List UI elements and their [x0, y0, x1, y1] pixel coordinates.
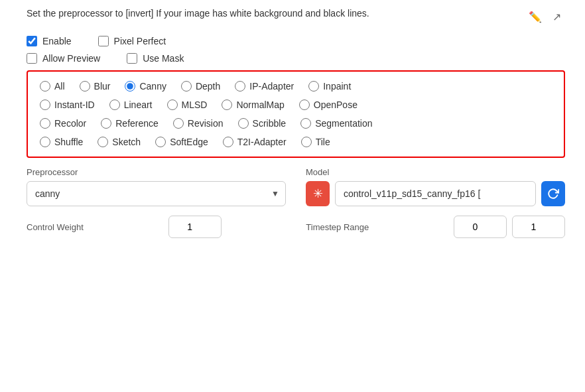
radio-openpose[interactable]: OpenPose: [299, 99, 358, 110]
bottom-section: Preprocessor canny blur depth inpaint li…: [27, 167, 565, 206]
weight-row: Control Weight Timestep Range: [27, 216, 565, 238]
control-weight-inputs: [168, 216, 222, 238]
refresh-icon: [547, 188, 559, 200]
use-mask-checkbox[interactable]: [127, 53, 137, 64]
radio-segmentation[interactable]: Segmentation: [300, 118, 372, 129]
model-label: Model: [306, 167, 565, 177]
control-weight-input[interactable]: [168, 216, 222, 238]
preprocessor-select-wrapper: canny blur depth inpaint lineart mlsd no…: [27, 181, 286, 206]
preprocessor-label: Preprocessor: [27, 167, 286, 177]
model-group: Model ✳: [306, 167, 565, 206]
radio-mlsd[interactable]: MLSD: [167, 99, 208, 110]
allow-preview-checkbox-item[interactable]: Allow Preview: [27, 53, 100, 64]
enable-label: Enable: [42, 36, 72, 46]
radio-lineart[interactable]: Lineart: [109, 99, 153, 110]
enable-checkbox-item[interactable]: Enable: [27, 36, 72, 46]
radio-blur[interactable]: Blur: [80, 81, 111, 92]
radio-row-1: All Blur Canny Depth IP-Adapter Inpaint: [40, 81, 552, 92]
description-icons: ✏️ ↗: [527, 8, 565, 25]
allow-preview-label: Allow Preview: [42, 53, 100, 64]
edit-icon[interactable]: ✏️: [527, 8, 544, 25]
radio-reference[interactable]: Reference: [101, 118, 159, 129]
radio-t2i-adapter[interactable]: T2I-Adapter: [223, 137, 287, 147]
preprocessor-group: Preprocessor canny blur depth inpaint li…: [27, 167, 286, 206]
pixel-perfect-checkbox[interactable]: [98, 36, 109, 46]
radio-row-2: Instant-ID Lineart MLSD NormalMap OpenPo…: [40, 99, 552, 110]
radio-ip-adapter[interactable]: IP-Adapter: [235, 81, 294, 92]
radio-depth[interactable]: Depth: [181, 81, 220, 92]
radio-tile[interactable]: Tile: [301, 137, 330, 147]
radio-instant-id[interactable]: Instant-ID: [40, 99, 95, 110]
radio-sketch[interactable]: Sketch: [98, 137, 141, 147]
allow-preview-checkbox[interactable]: [27, 53, 37, 64]
use-mask-label: Use Mask: [143, 53, 184, 64]
expand-icon[interactable]: ↗: [548, 8, 565, 25]
radio-softedge[interactable]: SoftEdge: [155, 137, 208, 147]
timestep-range-label: Timestep Range: [306, 222, 369, 232]
radio-revision[interactable]: Revision: [173, 118, 224, 129]
pixel-perfect-checkbox-item[interactable]: Pixel Perfect: [98, 36, 166, 46]
radio-inpaint[interactable]: Inpaint: [308, 81, 351, 92]
timestep-end-input[interactable]: [512, 216, 565, 238]
radio-all[interactable]: All: [40, 81, 65, 92]
star-button[interactable]: ✳: [306, 181, 330, 206]
refresh-button[interactable]: [541, 181, 565, 206]
timestep-range-inputs: [454, 216, 565, 238]
use-mask-checkbox-item[interactable]: Use Mask: [127, 53, 184, 64]
radio-normalmap[interactable]: NormalMap: [222, 99, 284, 110]
radio-canny[interactable]: Canny: [125, 81, 166, 92]
model-row: ✳: [306, 181, 565, 206]
timestep-start-input[interactable]: [454, 216, 507, 238]
pixel-perfect-label: Pixel Perfect: [114, 36, 166, 46]
radio-shuffle[interactable]: Shuffle: [40, 137, 83, 147]
radio-recolor[interactable]: Recolor: [40, 118, 86, 129]
radio-row-4: Shuffle Sketch SoftEdge T2I-Adapter Tile: [40, 137, 552, 147]
control-weight-label: Control Weight: [27, 222, 84, 232]
radio-group-box: All Blur Canny Depth IP-Adapter Inpaint …: [27, 70, 565, 158]
checkboxes-row-1: Enable Pixel Perfect: [27, 36, 565, 46]
preprocessor-select[interactable]: canny blur depth inpaint lineart mlsd no…: [27, 181, 286, 206]
radio-row-3: Recolor Reference Revision Scribble Segm…: [40, 118, 552, 129]
model-input[interactable]: [335, 181, 536, 206]
radio-scribble[interactable]: Scribble: [238, 118, 287, 129]
description-text: Set the preprocessor to [invert] If your…: [27, 7, 520, 21]
checkboxes-row-2: Allow Preview Use Mask: [27, 53, 565, 64]
description-section: Set the preprocessor to [invert] If your…: [27, 7, 565, 25]
enable-checkbox[interactable]: [27, 36, 37, 46]
